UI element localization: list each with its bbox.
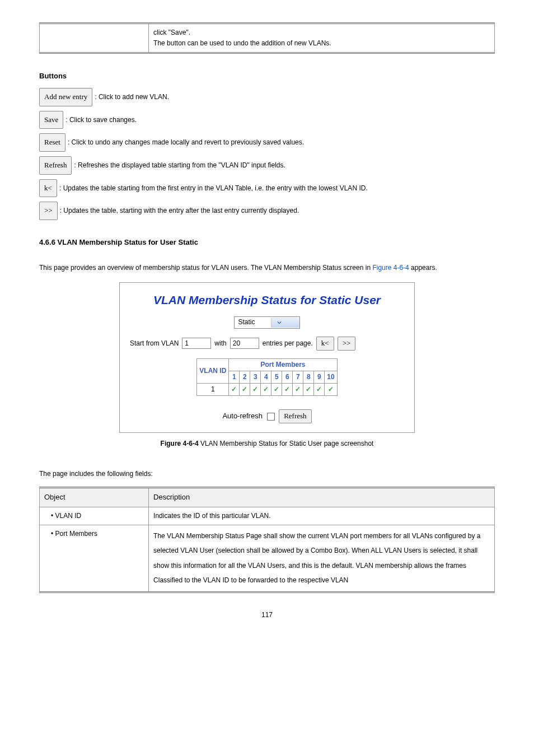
button-desc-text: : Refreshes the displayed table starting… bbox=[74, 158, 285, 172]
button-description-row: Reset: Click to undo any changes made lo… bbox=[39, 133, 495, 152]
fields-r2-desc: The VLAN Membership Status Page shall sh… bbox=[149, 525, 495, 592]
top-line-1: click "Save". bbox=[153, 27, 490, 38]
port-check-1: ✓ bbox=[229, 384, 240, 396]
subsection-heading: 4.6.6 VLAN Membership Status for User St… bbox=[39, 237, 495, 249]
port-members-header: Port Members bbox=[229, 358, 337, 371]
port-header-4: 4 bbox=[261, 371, 271, 383]
port-header-2: 2 bbox=[240, 371, 250, 383]
fields-h1: Object bbox=[40, 488, 149, 507]
top-right-cell: click "Save". The button can be used to … bbox=[149, 24, 495, 53]
button-description-row: Save: Click to save changes. bbox=[39, 111, 495, 129]
port-check-10: ✓ bbox=[325, 384, 337, 396]
refresh-button[interactable]: Refresh bbox=[279, 409, 311, 423]
vlan-row-id: 1 bbox=[197, 384, 229, 396]
figure-caption: Figure 4-6-4 VLAN Membership Status for … bbox=[39, 438, 495, 449]
top-line-2: The button can be used to undo the addit… bbox=[153, 38, 490, 49]
vlanid-header: VLAN ID bbox=[197, 358, 229, 383]
doc-button-k-[interactable]: k< bbox=[39, 179, 57, 198]
entries-input[interactable] bbox=[230, 338, 259, 349]
user-type-dropdown[interactable]: Static bbox=[234, 316, 299, 329]
doc-button-add-new-entry[interactable]: Add new entry bbox=[39, 88, 92, 106]
doc-button-refresh[interactable]: Refresh bbox=[39, 156, 72, 175]
button-description-row: k<: Updates the table starting from the … bbox=[39, 179, 495, 198]
port-header-10: 10 bbox=[325, 371, 337, 383]
port-header-7: 7 bbox=[293, 371, 303, 383]
figure-title: VLAN Membership Status for Static User bbox=[130, 291, 404, 310]
entries-label: entries per page. bbox=[263, 338, 313, 349]
button-desc-text: : Click to undo any changes made locally… bbox=[68, 135, 304, 150]
button-description-row: Add new entry: Click to add new VLAN. bbox=[39, 88, 495, 106]
port-check-6: ✓ bbox=[282, 384, 293, 396]
button-desc-text: : Click to save changes. bbox=[65, 113, 137, 127]
fields-h2: Description bbox=[149, 488, 495, 507]
doc-button--[interactable]: >> bbox=[39, 202, 58, 220]
controls-row: Start from VLAN with entries per page. k… bbox=[130, 337, 404, 351]
intro-paragraph: This page provides an overview of member… bbox=[39, 260, 495, 276]
button-desc-text: : Click to add new VLAN. bbox=[95, 90, 169, 104]
figure-link[interactable]: Figure 4-6-4 bbox=[372, 264, 409, 272]
port-header-8: 8 bbox=[303, 371, 314, 383]
port-check-4: ✓ bbox=[261, 384, 271, 396]
figure-caption-text: VLAN Membership Status for Static User p… bbox=[199, 440, 374, 447]
with-label: with bbox=[214, 338, 226, 349]
port-header-3: 3 bbox=[250, 371, 261, 383]
doc-button-reset[interactable]: Reset bbox=[39, 133, 65, 152]
button-description-row: Refresh: Refreshes the displayed table s… bbox=[39, 156, 495, 175]
fields-r1-desc: Indicates the ID of this particular VLAN… bbox=[149, 507, 495, 525]
start-vlan-input[interactable] bbox=[182, 338, 211, 349]
auto-refresh-checkbox[interactable] bbox=[267, 413, 275, 421]
intro-text-2: appears. bbox=[409, 264, 437, 272]
fields-r2-obj: Port Members bbox=[40, 525, 149, 592]
dropdown-value: Static bbox=[235, 317, 270, 328]
port-check-2: ✓ bbox=[240, 384, 250, 396]
port-check-3: ✓ bbox=[250, 384, 261, 396]
intro-text-1: This page provides an overview of member… bbox=[39, 264, 372, 272]
port-header-1: 1 bbox=[229, 371, 240, 383]
button-desc-text: : Updates the table, starting with the e… bbox=[60, 203, 299, 218]
button-description-row: >>: Updates the table, starting with the… bbox=[39, 202, 495, 220]
auto-refresh-label: Auto-refresh bbox=[222, 412, 263, 420]
port-check-8: ✓ bbox=[303, 384, 314, 396]
fields-table: Object Description VLAN ID Indicates the… bbox=[39, 487, 495, 593]
start-from-label: Start from VLAN bbox=[130, 338, 179, 349]
port-members-table: VLAN ID Port Members 12345678910 1 ✓✓✓✓✓… bbox=[196, 358, 337, 396]
auto-refresh-row: Auto-refresh Refresh bbox=[130, 409, 404, 423]
port-header-6: 6 bbox=[282, 371, 293, 383]
port-check-9: ✓ bbox=[314, 384, 325, 396]
fields-r1-obj: VLAN ID bbox=[40, 507, 149, 525]
fields-intro: The page includes the following fields: bbox=[39, 466, 495, 482]
top-continuation-table: click "Save". The button can be used to … bbox=[39, 22, 495, 54]
page-number: 117 bbox=[39, 610, 495, 620]
button-desc-text: : Updates the table starting from the fi… bbox=[59, 181, 368, 195]
port-check-5: ✓ bbox=[271, 384, 282, 396]
buttons-heading: Buttons bbox=[39, 71, 495, 82]
port-check-7: ✓ bbox=[293, 384, 303, 396]
figure-box: VLAN Membership Status for Static User S… bbox=[119, 282, 415, 433]
next-page-button[interactable]: >> bbox=[338, 337, 356, 351]
figure-label-text: Figure 4-6-4 bbox=[161, 440, 199, 447]
top-left-cell bbox=[40, 24, 149, 53]
first-page-button[interactable]: k< bbox=[316, 337, 334, 351]
port-header-9: 9 bbox=[314, 371, 325, 383]
doc-button-save[interactable]: Save bbox=[39, 111, 63, 129]
port-header-5: 5 bbox=[271, 371, 282, 383]
chevron-down-icon bbox=[271, 318, 299, 328]
